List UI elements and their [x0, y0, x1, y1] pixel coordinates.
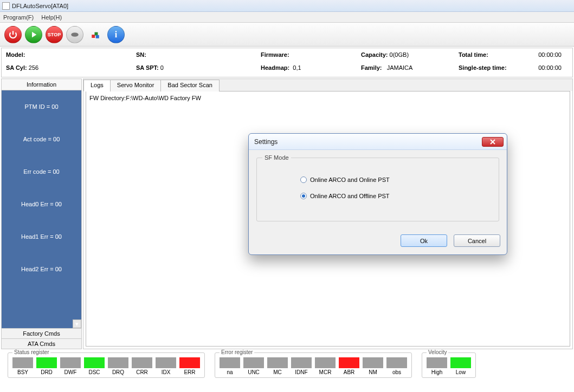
- sidebar-item[interactable]: PTM ID = 00: [2, 90, 81, 123]
- radio-online-online[interactable]: Online ARCO and Online PST: [300, 177, 493, 183]
- settings-dialog: Settings SF Mode Online ARCO and Online …: [248, 133, 507, 255]
- register-crr: CRR: [132, 357, 152, 375]
- register-label: obs: [392, 369, 401, 375]
- velocity-group: Velocity HighLow: [422, 352, 476, 378]
- disk-button[interactable]: [66, 26, 83, 43]
- led-icon: [450, 357, 471, 368]
- register-label: UNC: [248, 369, 260, 375]
- totaltime-value: 00:00:00: [538, 51, 562, 58]
- ok-button[interactable]: Ok: [401, 234, 447, 247]
- sst-label: Single-step time:: [459, 64, 507, 71]
- led-icon: [386, 357, 407, 368]
- register-idx: IDX: [156, 357, 176, 375]
- register-label: High: [431, 369, 443, 375]
- sidebar-item[interactable]: Err code = 00: [2, 155, 81, 188]
- totaltime-label: Total time:: [459, 51, 488, 58]
- register-dsc: DSC: [84, 357, 105, 375]
- register-label: na: [227, 369, 233, 375]
- led-icon: [220, 357, 240, 368]
- led-icon: [179, 357, 200, 368]
- menu-help[interactable]: Help(H): [41, 14, 62, 21]
- register-label: BSY: [17, 369, 28, 375]
- register-label: ABR: [344, 369, 355, 375]
- led-icon: [12, 357, 33, 368]
- status-register-label: Status register: [12, 349, 50, 355]
- sidebar-item[interactable]: Head1 Err = 00: [2, 220, 81, 253]
- radio-icon: [300, 177, 307, 183]
- sst-value: 00:00:00: [538, 64, 562, 71]
- svg-rect-2: [95, 32, 98, 35]
- blocks-button[interactable]: [87, 26, 104, 43]
- ata-cmds-button[interactable]: ATA Cmds: [2, 338, 81, 349]
- tab-strip: Logs Servo Monitor Bad Sector Scan: [83, 79, 572, 91]
- toolbar: STOP i: [0, 23, 574, 47]
- titlebar: DFLAutoServo[ATA0]: [0, 0, 574, 12]
- register-na: na: [220, 357, 240, 375]
- register-label: IDX: [162, 369, 171, 375]
- tab-logs[interactable]: Logs: [83, 80, 111, 92]
- power-button[interactable]: [4, 26, 22, 43]
- register-label: MC: [273, 369, 282, 375]
- register-obs: obs: [386, 357, 407, 375]
- led-icon: [363, 357, 383, 368]
- led-icon: [243, 357, 264, 368]
- register-nm: NM: [363, 357, 383, 375]
- dialog-title: Settings: [254, 138, 482, 146]
- family-label: Family:: [361, 64, 382, 71]
- led-icon: [84, 357, 105, 368]
- log-line: FW Directory:F:\WD-Auto\WD Factory FW: [89, 95, 566, 101]
- cancel-button[interactable]: Cancel: [454, 234, 500, 247]
- tab-servo-monitor[interactable]: Servo Monitor: [110, 80, 161, 92]
- info-button[interactable]: i: [107, 26, 125, 43]
- tab-bad-sector-scan[interactable]: Bad Sector Scan: [160, 80, 220, 92]
- play-button[interactable]: [25, 26, 42, 43]
- stop-button[interactable]: STOP: [46, 26, 63, 43]
- register-label: ERR: [184, 369, 195, 375]
- led-icon: [132, 357, 152, 368]
- register-low: Low: [450, 357, 471, 375]
- sidebar-header: Information: [2, 79, 81, 90]
- register-idnf: IDNF: [291, 357, 312, 375]
- register-mc: MC: [267, 357, 288, 375]
- led-icon: [315, 357, 336, 368]
- led-icon: [291, 357, 312, 368]
- led-icon: [36, 357, 57, 368]
- register-err: ERR: [179, 357, 200, 375]
- error-register-group: Error register naUNCMCIDNFMCRABRNMobs: [215, 352, 412, 378]
- scroll-down-icon[interactable]: ▾: [73, 319, 81, 328]
- register-dwf: DWF: [60, 357, 81, 375]
- dialog-titlebar[interactable]: Settings: [249, 134, 507, 150]
- sidebar-item[interactable]: Head0 Err = 00: [2, 188, 81, 220]
- register-drq: DRQ: [108, 357, 128, 375]
- window-title: DFLAutoServo[ATA0]: [12, 3, 68, 9]
- error-register-label: Error register: [220, 349, 254, 355]
- register-label: DSC: [88, 369, 100, 375]
- register-label: CRR: [136, 369, 148, 375]
- sf-mode-fieldset: SF Mode Online ARCO and Online PST Onlin…: [256, 158, 499, 221]
- factory-cmds-button[interactable]: Factory Cmds: [2, 328, 81, 338]
- info-panel: Model: SN: Firmware: Capacity: 0(0GB) To…: [1, 48, 573, 77]
- register-high: High: [427, 357, 447, 375]
- menu-program[interactable]: Program(F): [3, 14, 34, 21]
- status-register-group: Status register BSYDRDDWFDSCDRQCRRIDXERR: [8, 352, 205, 378]
- led-icon: [108, 357, 128, 368]
- led-icon: [427, 357, 447, 368]
- radio-online-offline[interactable]: Online ARCO and Offline PST: [300, 193, 493, 199]
- led-icon: [339, 357, 359, 368]
- register-drd: DRD: [36, 357, 57, 375]
- register-label: NM: [369, 369, 377, 375]
- firmware-label: Firmware:: [261, 51, 289, 58]
- headmap-label: Headmap:: [261, 64, 289, 71]
- register-label: MCR: [319, 369, 332, 375]
- sacyl-value: 256: [29, 64, 38, 71]
- register-abr: ABR: [339, 357, 359, 375]
- close-button[interactable]: [482, 137, 504, 147]
- radio-label: Online ARCO and Online PST: [310, 177, 390, 183]
- register-label: DWF: [65, 369, 77, 375]
- capacity-label: Capacity:: [361, 51, 388, 58]
- register-label: Low: [456, 369, 466, 375]
- headmap-value: 0,1: [293, 64, 301, 71]
- svg-point-0: [71, 32, 79, 37]
- sidebar-item[interactable]: Act code = 00: [2, 123, 81, 155]
- sidebar-item[interactable]: Head2 Err = 00: [2, 253, 81, 285]
